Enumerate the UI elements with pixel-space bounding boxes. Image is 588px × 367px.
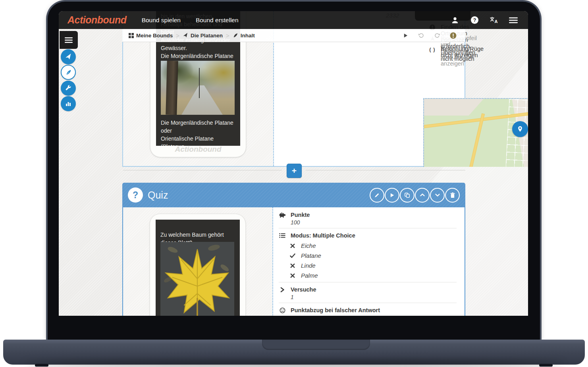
paper-plane-icon — [65, 53, 72, 60]
check-icon — [290, 253, 295, 259]
sidebar-menu-button[interactable] — [60, 31, 78, 49]
actionbound-logo[interactable]: Actionbound — [67, 14, 127, 26]
top-navbar: Actionbound Bound spielen Bound erstelle… — [59, 11, 528, 29]
preview-button[interactable] — [385, 188, 399, 203]
tab-bound-spielen[interactable]: Bound spielen — [142, 17, 181, 24]
parentheses-icon: ( ) — [429, 46, 436, 53]
preview-play-button[interactable] — [402, 32, 409, 39]
chevron-up-icon — [420, 192, 425, 198]
redo-button[interactable] — [434, 32, 441, 39]
quiz-settings-panel: Punkte 100 Modus: Multiple Choice — [273, 207, 465, 316]
menu-icon[interactable] — [509, 16, 518, 25]
laptop-notch — [262, 340, 370, 350]
sad-face-icon — [279, 307, 286, 314]
sidebar-item-content[interactable] — [61, 65, 76, 80]
chevron-right-icon — [279, 286, 286, 293]
svg-text:?: ? — [473, 17, 476, 23]
divider — [279, 282, 457, 282]
paper-plane-icon — [183, 33, 188, 38]
preview-text-bottom: Die Morgenländische Platane oder Orienta… — [161, 119, 236, 146]
grid-icon — [129, 33, 134, 38]
laptop-shadow — [24, 361, 564, 366]
sidebar-item-settings[interactable] — [61, 81, 76, 96]
copy-icon — [404, 192, 410, 198]
leaf-illustration — [160, 242, 234, 316]
breadcrumb-label: Inhalt — [241, 33, 255, 39]
undo-icon — [418, 32, 424, 39]
divider — [279, 228, 457, 228]
option-label: Palme — [301, 272, 318, 279]
piggy-bank-icon — [279, 211, 286, 218]
option-label: Eiche — [301, 242, 316, 249]
bar-chart-icon — [65, 100, 71, 107]
quiz-type-icon: ? — [128, 187, 143, 203]
setting-row-attempts[interactable]: Versuche — [279, 286, 457, 293]
setting-row-mode[interactable]: Modus: Multiple Choice — [279, 232, 457, 239]
breadcrumb-label: Die Platanen — [191, 33, 223, 39]
setting-value: 1 — [291, 294, 457, 300]
add-element-button[interactable]: + — [287, 164, 302, 178]
leaf-photo — [160, 242, 234, 316]
tab-bound-erstellen[interactable]: Bound erstellen — [196, 17, 239, 24]
cross-icon — [290, 243, 295, 249]
feather-icon — [65, 69, 72, 76]
edit-button[interactable] — [370, 188, 384, 203]
error-indicator[interactable] — [449, 32, 457, 39]
setting-row-feedback[interactable]: ( ) Belohnung/Rüge nicht anzeigen — [429, 46, 462, 58]
feather-icon — [233, 33, 238, 38]
divider-line — [306, 170, 465, 170]
pin-icon — [517, 126, 524, 133]
phone-preview: Zu welchem Baum gehört dieses Blatt? — [150, 214, 246, 316]
wrench-icon — [65, 85, 72, 92]
sidebar-item-bound[interactable] — [61, 49, 76, 64]
breadcrumb-separator: > — [226, 32, 229, 39]
setting-label: Punkte — [291, 212, 310, 218]
translate-icon[interactable]: A — [490, 16, 498, 25]
undo-button[interactable] — [418, 32, 425, 39]
map-marker[interactable] — [512, 121, 528, 137]
quiz-option-wrong: Palme — [290, 272, 457, 279]
divider-line — [123, 170, 282, 170]
cross-icon — [290, 263, 295, 268]
breadcrumb: Meine Bounds > Die Platanen > Inhalt — [129, 32, 255, 39]
option-label: Platane — [301, 252, 321, 259]
hamburger-icon — [65, 37, 73, 43]
divider — [279, 303, 457, 303]
play-icon — [403, 33, 408, 38]
pencil-icon — [374, 192, 380, 198]
play-icon — [389, 193, 395, 198]
sticky-toolbar: Meine Bounds > Die Platanen > Inhalt — [122, 29, 465, 42]
setting-label: Versuche — [291, 286, 316, 293]
map[interactable]: NEUKÖLLN © OpenStreetMap — [423, 98, 528, 167]
laptop-mockup: bis in den westlichen Himalaja beheimate… — [0, 0, 588, 367]
cross-icon — [290, 273, 295, 278]
trash-icon — [450, 192, 455, 198]
quiz-card-header: ? Quiz — [122, 183, 465, 207]
user-icon[interactable] — [451, 16, 459, 25]
warning-circle-icon — [450, 32, 457, 39]
breadcrumb-label: Meine Bounds — [136, 33, 173, 39]
quiz-option-correct: Platane — [290, 252, 457, 259]
move-up-button[interactable] — [415, 188, 430, 203]
chevron-down-icon — [435, 192, 440, 198]
option-label: Linde — [301, 262, 316, 269]
setting-label: Modus: Multiple Choice — [291, 232, 355, 239]
browser-screen: bis in den westlichen Himalaja beheimate… — [59, 11, 528, 316]
sidebar-item-statistics[interactable] — [61, 96, 76, 111]
element-card-quiz: ? Quiz — [122, 183, 465, 316]
quiz-card-body: Zu welchem Baum gehört dieses Blatt? — [122, 207, 465, 316]
duplicate-button[interactable] — [400, 188, 414, 203]
breadcrumb-item-inhalt[interactable]: Inhalt — [233, 33, 255, 39]
breadcrumb-item-die-platanen[interactable]: Die Platanen — [183, 33, 223, 39]
svg-text:A: A — [495, 19, 498, 24]
breadcrumb-item-meine-bounds[interactable]: Meine Bounds — [129, 33, 173, 39]
move-down-button[interactable] — [430, 188, 445, 203]
breadcrumb-separator: > — [176, 32, 179, 39]
quiz-card-title: Quiz — [148, 189, 168, 201]
phone-screen: Zu welchem Baum gehört dieses Blatt? — [156, 220, 240, 316]
delete-button[interactable] — [445, 188, 460, 203]
setting-row-penalty[interactable]: Punktabzug bei falscher Antwort — [279, 307, 457, 314]
quiz-option-wrong: Eiche — [290, 242, 457, 249]
setting-row-points[interactable]: Punkte — [279, 211, 457, 218]
help-icon[interactable]: ? — [470, 16, 479, 25]
